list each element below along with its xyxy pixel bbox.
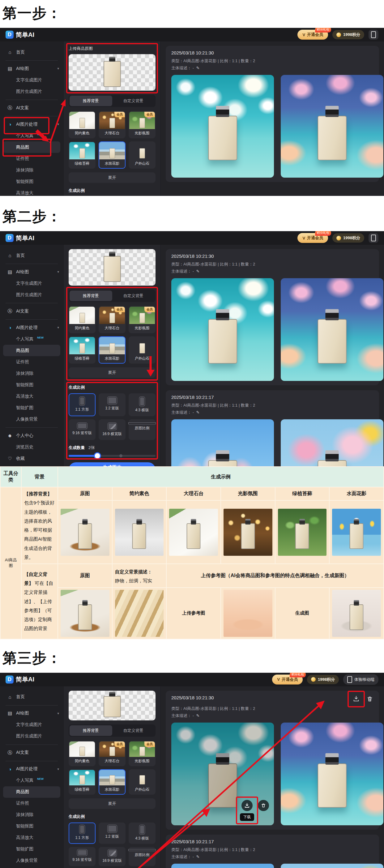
sidebar-item[interactable]: AI图片处理 ▾ [0, 764, 63, 775]
sidebar-item[interactable]: 涂抹消除 ▾ [0, 164, 63, 176]
sidebar-item[interactable]: AI文案 ▾ [0, 102, 63, 114]
ratio-option[interactable]: 9:16 竖窄版 [69, 847, 96, 866]
background-option[interactable]: 会员 大理石台 [99, 741, 126, 766]
sidebar-item[interactable]: 涂抹消除 ▾ [0, 368, 63, 379]
generated-image-2[interactable] [281, 419, 383, 466]
ratio-option[interactable]: 原图比例 [129, 419, 155, 440]
sidebar-item[interactable]: 人像换背景 ▾ [0, 855, 63, 866]
background-option[interactable]: 绿植苔藓 [69, 142, 96, 169]
ratio-option[interactable]: 16:9 横宽版 [99, 847, 126, 866]
generated-image-1[interactable] [171, 75, 274, 178]
sidebar-item[interactable]: 文字生成图片 ▾ [0, 74, 63, 86]
download-icon[interactable] [352, 695, 360, 703]
sidebar-item[interactable]: 高清放大 ▾ [0, 391, 63, 402]
sidebar-item[interactable]: AI文案 ▾ [0, 305, 63, 317]
sidebar-item[interactable]: 智能抠图 ▾ [0, 379, 63, 391]
ratio-option[interactable]: 9:16 竖窄版 [69, 419, 96, 440]
background-option[interactable]: 户外山石 [129, 769, 155, 795]
sidebar-item[interactable]: 智能扩图 ▾ [0, 402, 63, 413]
generated-image-2[interactable] [281, 864, 383, 868]
sidebar-item[interactable]: 收藏 ▾ [0, 453, 63, 464]
background-option[interactable]: 户外山石 [129, 336, 155, 364]
mobile-app-button[interactable] [369, 233, 378, 243]
ratio-option[interactable]: 4:3 横版 [129, 393, 155, 416]
background-option[interactable]: 会员 光影氛围 [129, 111, 155, 138]
ratio-option[interactable]: 1:2 竖版 [99, 823, 126, 844]
background-option[interactable]: 简约素色 [69, 306, 96, 333]
vip-button[interactable]: V 开通会员 积分礼包 [272, 675, 303, 684]
ratio-option[interactable]: 16:9 横宽版 [99, 419, 126, 440]
sidebar-item[interactable]: AI文案 ▾ [0, 747, 63, 758]
background-option[interactable]: 会员 光影氛围 [129, 741, 155, 766]
sidebar-item[interactable]: 个人写真 NEW ▾ [0, 775, 63, 786]
sidebar-item[interactable]: AI绘图 ▾ [0, 63, 63, 74]
sidebar-item[interactable]: 个人中心 ▾ [0, 430, 63, 441]
sidebar-item[interactable]: 商品图 ▾ [3, 786, 60, 798]
edit-icon[interactable]: ✎ [196, 269, 200, 274]
sidebar-item[interactable]: 智能扩图 ▾ [0, 843, 63, 855]
sidebar-item[interactable]: 智能抠图 ▾ [0, 176, 63, 187]
expand-button[interactable]: 展开 [69, 798, 155, 809]
tab-custom-bg[interactable]: 自定义背景 [112, 290, 155, 301]
ratio-option[interactable]: 1:1 方形 [69, 823, 96, 844]
ratio-option[interactable]: 原图比例 [129, 847, 155, 866]
download-image-button[interactable] [241, 800, 253, 811]
background-option[interactable]: 户外山石 [129, 142, 155, 169]
sidebar-item[interactable]: 证件照 ▾ [0, 356, 63, 368]
background-option[interactable]: 简约素色 [69, 111, 96, 138]
upload-area[interactable]: 上传商品原图 [69, 46, 155, 91]
vip-button[interactable]: V 开通会员 积分礼包 [298, 233, 328, 243]
sidebar-item[interactable]: 图片生成图片 ▾ [0, 289, 63, 301]
sidebar-item[interactable]: 证件照 ▾ [0, 153, 63, 164]
background-option[interactable]: 会员 大理石台 [99, 111, 126, 138]
expand-button[interactable]: 展开 [69, 173, 155, 183]
sidebar-item[interactable]: 人像换背景 ▾ [0, 413, 63, 425]
sidebar-item[interactable]: 首页 ▾ [0, 691, 63, 703]
background-option[interactable]: 绿植苔藓 [69, 769, 96, 795]
points-pill[interactable]: 1998积分 [333, 233, 364, 243]
mobile-app-button[interactable] [369, 30, 378, 40]
sidebar-item[interactable]: 文字生成图片 ▾ [0, 278, 63, 289]
sidebar-item[interactable]: 个人写真 NEW ▾ [0, 130, 63, 142]
sidebar-item[interactable]: AI绘图 ▾ [0, 708, 63, 719]
ratio-option[interactable]: 4:3 横版 [129, 823, 155, 844]
edit-icon[interactable]: ✎ [196, 713, 200, 718]
sidebar-item[interactable]: 高清放大 ▾ [0, 187, 63, 196]
trash-icon[interactable] [366, 695, 374, 703]
tab-custom-bg[interactable]: 自定义背景 [112, 96, 155, 106]
sidebar-item[interactable]: 商品图 ▾ [3, 142, 60, 153]
sidebar-item[interactable]: 证件照 ▾ [0, 798, 63, 809]
sidebar-item[interactable]: 文字生成图片 ▾ [0, 719, 63, 731]
slider-thumb[interactable] [95, 453, 100, 459]
generated-image-1[interactable]: 下载 [171, 722, 274, 825]
background-option[interactable]: 水面花影 [99, 142, 126, 169]
edit-icon[interactable]: ✎ [196, 855, 200, 859]
edit-icon[interactable]: ✎ [196, 410, 200, 415]
uploaded-product-image[interactable] [69, 249, 155, 286]
mobile-app-button[interactable]: 体验移动端 [343, 674, 378, 685]
points-pill[interactable]: 1998积分 [333, 30, 364, 39]
sidebar-item[interactable]: 商品图 ▾ [3, 345, 60, 356]
ratio-option[interactable]: 1:2 竖版 [99, 393, 126, 416]
background-option[interactable]: 水面花影 [99, 336, 126, 364]
sidebar-item[interactable]: 浏览历史 ▾ [0, 441, 63, 453]
background-option[interactable]: 绿植苔藓 [69, 336, 96, 364]
sidebar-item[interactable]: 涂抹消除 ▾ [0, 809, 63, 820]
generated-image-1[interactable] [171, 419, 274, 466]
background-option[interactable]: 简约素色 [69, 741, 96, 766]
ratio-option[interactable]: 1:1 方形 [69, 393, 96, 416]
generated-image-2[interactable] [281, 722, 383, 825]
vip-button[interactable]: V 开通会员 积分礼包 [298, 30, 328, 40]
generated-image-1[interactable] [171, 278, 274, 381]
sidebar-item[interactable]: 个人写真 NEW ▾ [0, 333, 63, 345]
tab-recommended-bg[interactable]: 推荐背景 [70, 725, 112, 736]
sidebar-item[interactable]: AI图片处理 ▾ [0, 322, 63, 333]
generate-button[interactable]: 生成图片 （消耗4积分） [69, 462, 155, 466]
uploaded-product-image[interactable] [69, 691, 155, 720]
sidebar-item[interactable]: 首页 ▾ [0, 250, 63, 261]
edit-icon[interactable]: ✎ [196, 66, 200, 70]
generated-image-2[interactable] [281, 278, 383, 381]
quantity-slider[interactable] [69, 455, 155, 457]
uploaded-product-image[interactable] [69, 54, 155, 91]
background-option[interactable]: 会员 大理石台 [99, 306, 126, 333]
